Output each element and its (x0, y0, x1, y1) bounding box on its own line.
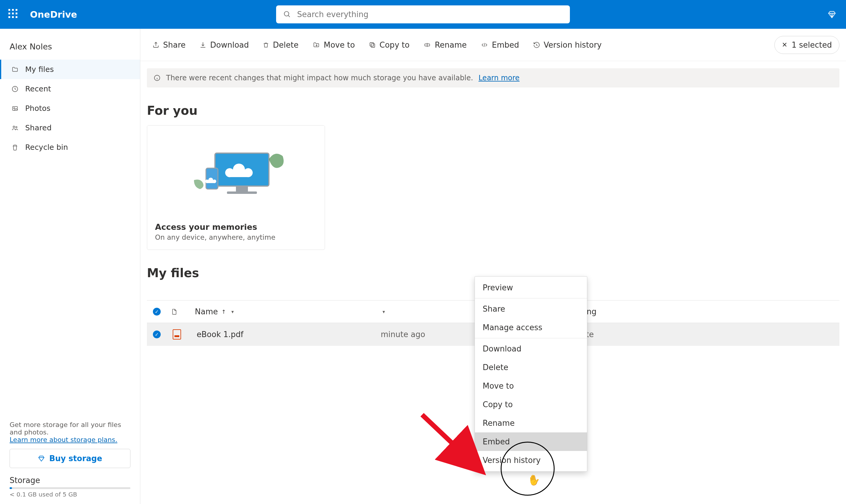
ctx-moveto[interactable]: Move to (475, 377, 587, 395)
svg-point-4 (14, 108, 15, 109)
storage-usage-text: < 0.1 GB used of 5 GB (10, 491, 130, 498)
storage-plans-link[interactable]: Learn more about storage plans. (10, 436, 117, 444)
command-bar: Share Download Delete Move to (140, 29, 846, 61)
sidebar-item-myfiles[interactable]: My files (0, 60, 140, 79)
ctx-version-history[interactable]: Version history (475, 451, 587, 470)
moveto-icon (312, 42, 320, 48)
file-name[interactable]: eBook 1.pdf (195, 330, 303, 339)
photos-icon (11, 105, 19, 112)
copy-icon (369, 41, 376, 49)
context-menu: Preview Share Manage access Download Del… (475, 276, 587, 472)
cmd-label: Share (163, 40, 186, 50)
svg-point-0 (284, 12, 289, 16)
menu-separator (475, 298, 587, 299)
info-learn-more-link[interactable]: Learn more (478, 74, 519, 82)
clock-icon (11, 85, 19, 93)
row-checkbox[interactable]: ✓ (153, 330, 161, 338)
ctx-manage-access[interactable]: Manage access (475, 318, 587, 337)
storage-bar (10, 487, 130, 489)
cmd-label: Move to (324, 40, 355, 50)
chevron-down-icon: ▾ (383, 309, 385, 314)
download-button[interactable]: Download (194, 37, 254, 53)
info-text: There were recent changes that might imp… (166, 74, 473, 82)
rename-icon (423, 42, 431, 48)
ctx-share[interactable]: Share (475, 300, 587, 318)
share-button[interactable]: Share (147, 37, 191, 53)
sidebar-item-label: Photos (25, 104, 50, 113)
for-you-card-title: Access your memories (155, 222, 317, 232)
info-icon (154, 74, 161, 82)
main-pane: Share Download Delete Move to (140, 29, 846, 504)
for-you-card[interactable]: Access your memories On any device, anyw… (147, 125, 325, 250)
ctx-delete[interactable]: Delete (475, 358, 587, 377)
col-sharing[interactable]: Sharing (567, 307, 840, 316)
sidebar-item-photos[interactable]: Photos (0, 98, 140, 118)
history-icon (533, 41, 540, 49)
document-icon (171, 307, 195, 316)
delete-button[interactable]: Delete (257, 37, 304, 53)
file-modified: minute ago (381, 330, 483, 339)
moveto-button[interactable]: Move to (307, 37, 360, 53)
storage-heading: Storage (10, 476, 130, 485)
sidebar: Alex Noles My files Recent Photos Shared (0, 29, 140, 504)
ctx-preview[interactable]: Preview (475, 278, 587, 297)
versionhistory-button[interactable]: Version history (528, 37, 607, 53)
svg-rect-8 (370, 42, 373, 46)
trash-icon (263, 41, 269, 49)
ctx-embed[interactable]: Embed (475, 432, 587, 451)
buy-storage-button[interactable]: Buy storage (10, 449, 130, 468)
svg-rect-14 (227, 192, 257, 194)
selection-label: 1 selected (791, 40, 832, 50)
svg-rect-7 (371, 44, 375, 47)
info-banner: There were recent changes that might imp… (147, 68, 840, 88)
cmd-label: Rename (435, 40, 467, 50)
cmd-label: Download (210, 40, 249, 50)
annotation-cursor-icon: ✋ (527, 473, 541, 487)
cmd-label: Version history (544, 40, 602, 50)
for-you-heading: For you (140, 88, 846, 125)
svg-line-17 (422, 415, 479, 469)
embed-button[interactable]: Embed (475, 37, 525, 53)
sidebar-item-recyclebin[interactable]: Recycle bin (0, 138, 140, 157)
copyto-button[interactable]: Copy to (363, 37, 415, 53)
col-name[interactable]: Name ↑ ▾ (195, 307, 303, 316)
cmd-label: Copy to (380, 40, 409, 50)
menu-separator (475, 338, 587, 338)
ctx-rename[interactable]: Rename (475, 414, 587, 432)
sidebar-item-recent[interactable]: Recent (0, 79, 140, 98)
ctx-copyto[interactable]: Copy to (475, 395, 587, 414)
selection-chip[interactable]: ✕ 1 selected (774, 36, 840, 54)
pdf-file-icon (173, 329, 181, 340)
ctx-download[interactable]: Download (475, 340, 587, 358)
search-input[interactable] (297, 10, 563, 19)
memories-illustration (147, 126, 325, 216)
app-header: OneDrive (0, 0, 846, 29)
brand-title: OneDrive (30, 9, 77, 20)
sort-asc-icon: ↑ (222, 309, 226, 315)
sidebar-item-shared[interactable]: Shared (0, 118, 140, 138)
user-name: Alex Noles (0, 37, 140, 60)
svg-point-5 (13, 126, 15, 128)
search-icon (283, 11, 291, 18)
chevron-down-icon: ▾ (231, 309, 234, 314)
app-launcher-icon[interactable] (8, 9, 19, 20)
sidebar-item-label: Shared (25, 124, 52, 132)
storage-promo-text: Get more storage for all your files and … (10, 421, 130, 436)
premium-icon[interactable] (827, 10, 836, 19)
diamond-icon (38, 455, 45, 462)
download-icon (199, 41, 207, 49)
select-all-checkbox[interactable]: ✓ (153, 308, 161, 316)
cmd-label: Embed (492, 40, 519, 50)
sidebar-item-label: Recycle bin (25, 143, 68, 151)
svg-rect-13 (236, 186, 248, 192)
recycle-icon (11, 144, 19, 151)
col-modified[interactable]: ▾ (381, 309, 483, 314)
search-container (276, 5, 570, 23)
search-box[interactable] (276, 5, 570, 23)
close-icon[interactable]: ✕ (782, 41, 787, 49)
for-you-card-subtitle: On any device, anywhere, anytime (155, 233, 317, 241)
rename-button[interactable]: Rename (418, 37, 472, 53)
svg-line-1 (288, 15, 289, 17)
file-sharing: Private (567, 330, 840, 339)
code-icon (480, 42, 488, 48)
